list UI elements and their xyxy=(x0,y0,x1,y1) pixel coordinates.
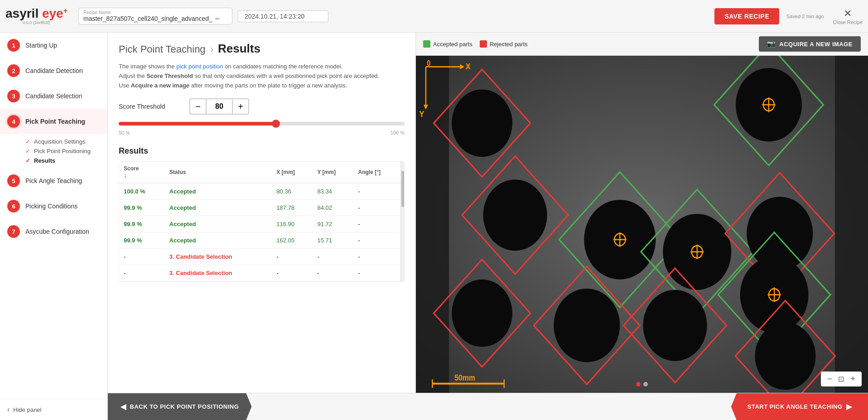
sidebar-item-label-1: Starting Up xyxy=(25,42,57,49)
svg-point-21 xyxy=(692,246,703,258)
recipe-value: master_827a507c_cell240_single_advanced_… xyxy=(83,15,227,22)
pagination-dot-1[interactable] xyxy=(636,382,641,386)
sidebar-sub-results[interactable]: ✓ Results xyxy=(25,156,100,165)
start-pick-angle-teaching-button[interactable]: START PICK ANGLE TEACHING ▶ xyxy=(731,393,868,420)
back-arrow-icon: ◀ xyxy=(121,402,126,411)
sidebar-item-candidate-selection[interactable]: 3 Candidate Selection xyxy=(0,83,107,109)
zoom-controls: − ⊡ + xyxy=(821,372,862,386)
col-x: X [mm] xyxy=(272,162,313,183)
logo-text: asyril eye+ xyxy=(5,7,68,20)
pagination-dot-2[interactable] xyxy=(643,382,648,386)
svg-rect-6 xyxy=(714,56,823,165)
sidebar-sub-acquisition-settings[interactable]: ✓ Acquisition Settings xyxy=(25,137,100,146)
svg-rect-18 xyxy=(641,189,753,314)
col-angle: Angle [°] xyxy=(354,162,401,183)
slider-row: 50 % 100 % xyxy=(119,119,405,135)
table-row[interactable]: 100.0 % Accepted 80.36 83.34 - xyxy=(119,183,400,200)
image-container: X Y 0 50mm − ⊡ xyxy=(416,56,868,393)
score-threshold-section: Score Threshold − 80 + 50 % xyxy=(119,98,405,135)
recipe-label: Recipe Name xyxy=(83,10,227,15)
table-row[interactable]: 99.9 % Accepted 187.78 84.02 - xyxy=(119,200,400,216)
slider-thumb[interactable] xyxy=(272,120,280,128)
cell-y: 91.72 xyxy=(313,216,353,232)
cell-y: 83.34 xyxy=(313,183,353,200)
score-increase-button[interactable]: + xyxy=(233,98,249,115)
cell-angle: - xyxy=(354,216,401,232)
table-row[interactable]: 99.9 % Accepted 116.90 91.72 - xyxy=(119,216,400,232)
cell-angle: - xyxy=(354,200,401,216)
svg-rect-13 xyxy=(559,172,681,307)
svg-rect-27 xyxy=(534,266,640,384)
nav-circle-1: 1 xyxy=(7,39,20,52)
pagination xyxy=(636,382,648,386)
cell-status: Accepted xyxy=(165,216,272,232)
sidebar-sub-pick-point-positioning[interactable]: ✓ Pick Point Positioning xyxy=(25,146,100,156)
nav-sub-4: ✓ Acquisition Settings ✓ Pick Point Posi… xyxy=(0,134,107,168)
table-row[interactable]: - 3. Candidate Selection - - - xyxy=(119,265,400,281)
table-row[interactable]: 99.9 % Accepted 162.05 15.71 - xyxy=(119,232,400,249)
score-threshold-label: Score Threshold xyxy=(119,103,182,110)
sidebar-item-starting-up[interactable]: 1 Starting Up xyxy=(0,33,107,58)
close-recipe-button[interactable]: ✕ Close Recipe xyxy=(833,8,863,25)
next-arrow-icon: ▶ xyxy=(846,402,852,411)
content-area: Pick Point Teaching › Results The image … xyxy=(108,33,868,420)
edit-icon[interactable]: ✏ xyxy=(215,15,220,22)
image-toolbar: Accepted parts Rejected parts 📷 ACQUIRE … xyxy=(416,33,868,56)
sidebar-item-label-4: Pick Point Teaching xyxy=(25,118,85,125)
svg-point-5 xyxy=(736,68,802,141)
zoom-fit-button[interactable]: ⊡ xyxy=(835,374,847,384)
cell-x: 116.90 xyxy=(272,216,313,232)
cell-y: - xyxy=(313,249,353,265)
main-layout: 1 Starting Up 2 Candidate Detection 3 Ca… xyxy=(0,33,868,420)
sidebar-item-picking-conditions[interactable]: 6 Picking Conditions xyxy=(0,193,107,219)
date-block: 2024.10.21, 14:23:20 xyxy=(238,10,328,22)
cell-score: 99.9 % xyxy=(119,216,165,232)
accepted-color-box xyxy=(423,40,430,48)
slider-labels: 50 % 100 % xyxy=(119,130,405,135)
sidebar-item-asycube-config[interactable]: 7 Asycube Configuration xyxy=(0,219,107,244)
cell-score: 99.9 % xyxy=(119,232,165,249)
svg-rect-4 xyxy=(434,69,530,177)
sidebar-item-pick-point-teaching[interactable]: 4 Pick Point Teaching xyxy=(0,109,107,134)
check-icon-1: ✓ xyxy=(25,138,30,145)
zoom-in-button[interactable]: + xyxy=(848,373,858,385)
svg-point-9 xyxy=(763,99,774,111)
nav-circle-5: 5 xyxy=(7,174,20,187)
results-table: Score↓ Status X [mm] Y [mm] Angle [°] xyxy=(119,162,400,281)
recipe-name-block: Recipe Name master_827a507c_cell240_sing… xyxy=(78,8,232,24)
cell-status: 3. Candidate Selection xyxy=(165,249,272,265)
rejected-color-box xyxy=(480,40,487,48)
page-content: Pick Point Teaching › Results The image … xyxy=(108,33,868,393)
svg-text:0: 0 xyxy=(427,59,430,67)
svg-rect-0 xyxy=(416,56,868,393)
zoom-out-button[interactable]: − xyxy=(825,373,835,385)
score-slider-track[interactable] xyxy=(119,122,405,126)
nav-circle-4: 4 xyxy=(7,115,20,128)
score-decrease-button[interactable]: − xyxy=(189,98,206,115)
svg-rect-36 xyxy=(735,300,835,393)
svg-rect-2 xyxy=(835,56,868,393)
cell-x: - xyxy=(272,249,313,265)
logo-eye: eye xyxy=(39,7,63,21)
legend-accepted: Accepted parts xyxy=(423,40,473,48)
save-recipe-button[interactable]: SAVE RECIPE xyxy=(714,8,779,24)
svg-rect-25 xyxy=(434,260,530,367)
back-to-pick-point-positioning-button[interactable]: ◀ BACK TO PICK POINT POSITIONING xyxy=(108,393,251,420)
logo: asyril eye+ 0.0.0 (1bcff03f) xyxy=(5,7,68,24)
svg-point-10 xyxy=(483,179,547,251)
svg-rect-11 xyxy=(462,156,568,274)
table-row[interactable]: - 3. Candidate Selection - - - xyxy=(119,249,400,265)
hide-panel-button[interactable]: ‹ Hide panel xyxy=(0,399,107,420)
col-status: Status xyxy=(165,162,272,183)
scroll-indicator[interactable] xyxy=(400,162,404,281)
cell-angle: - xyxy=(354,265,401,281)
sidebar-item-candidate-detection[interactable]: 2 Candidate Detection xyxy=(0,58,107,83)
svg-point-16 xyxy=(614,233,625,246)
acquire-new-image-button[interactable]: 📷 ACQUIRE A NEW IMAGE xyxy=(759,36,861,52)
cell-score: 99.9 % xyxy=(119,200,165,216)
cell-status: Accepted xyxy=(165,183,272,200)
svg-marker-42 xyxy=(424,105,428,110)
sidebar-item-pick-angle-teaching[interactable]: 5 Pick Angle Teaching xyxy=(0,168,107,193)
camera-icon: 📷 xyxy=(767,40,776,48)
cell-angle: - xyxy=(354,249,401,265)
